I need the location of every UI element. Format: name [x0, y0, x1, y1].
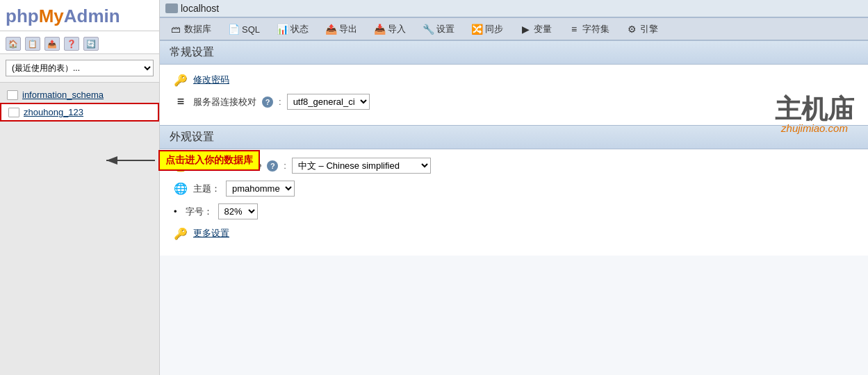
tab-sql[interactable]: 📄 SQL — [220, 18, 268, 40]
sidebar-item-label: zhouhong_123 — [24, 107, 83, 117]
general-settings-title: 常规设置 — [170, 46, 214, 58]
fontsize-select[interactable]: 82% — [218, 203, 258, 219]
theme-label: 主题： — [193, 183, 220, 195]
language-icon: 🔒 — [174, 159, 188, 173]
database-list: information_schema zhouhong_123 — [0, 83, 159, 375]
collation-select[interactable]: utf8_general_ci — [287, 94, 370, 110]
tab-export[interactable]: 📤 导出 — [318, 18, 365, 40]
language-help-icon[interactable]: ? — [267, 160, 278, 172]
recent-tables-area: (最近使用的表）... — [0, 54, 159, 83]
server-icon — [165, 3, 178, 13]
db-icon — [7, 90, 18, 100]
appearance-settings-section: 外观设置 🔒 语言 – Language ? : 中文 – Chinese si… — [160, 125, 868, 256]
upload-icon[interactable]: 📤 — [44, 37, 60, 51]
db-icon — [8, 108, 19, 117]
fontsize-row: • 字号： 82% — [174, 203, 854, 219]
tab-sql-label: SQL — [242, 24, 260, 35]
theme-select[interactable]: pmahomme — [226, 181, 295, 197]
tab-engines[interactable]: ⚙ 引擎 — [619, 18, 666, 40]
variables-icon: ▶ — [520, 24, 531, 34]
tab-sync[interactable]: 🔀 同步 — [464, 18, 511, 40]
collation-icon: ≡ — [174, 95, 188, 109]
logo-admin: Admin — [64, 6, 120, 26]
sidebar-item-zhouhong[interactable]: zhouhong_123 — [0, 103, 159, 122]
tab-status[interactable]: 📊 状态 — [269, 18, 316, 40]
logo-php: php — [6, 6, 39, 26]
language-select[interactable]: 中文 – Chinese simplified — [292, 158, 431, 174]
tab-database-label: 数据库 — [184, 23, 211, 35]
sidebar-icon-row: 🏠 📋 📤 ❓ 🔄 — [0, 31, 159, 54]
more-settings-icon: 🔑 — [174, 226, 188, 240]
status-icon: 📊 — [277, 24, 288, 34]
tabbar: 🗃 数据库 📄 SQL 📊 状态 📤 导出 📥 导入 🔧 设置 🔀 同步 ▶ — [160, 18, 868, 40]
general-settings-section: 常规设置 🔑 修改密码 ≡ 服务器连接校对 ? : utf8_general_c… — [160, 40, 868, 125]
collation-help-icon[interactable]: ? — [262, 97, 273, 108]
bullet: • — [174, 206, 177, 217]
server-label: localhost — [181, 3, 219, 14]
tab-engines-label: 引擎 — [640, 23, 658, 35]
import-icon: 📥 — [374, 24, 385, 34]
change-password-row: 🔑 修改密码 — [174, 73, 854, 87]
tab-export-label: 导出 — [339, 23, 357, 35]
tab-settings[interactable]: 🔧 设置 — [415, 18, 462, 40]
tab-settings-label: 设置 — [436, 23, 455, 35]
tab-import[interactable]: 📥 导入 — [366, 18, 413, 40]
help-icon-btn[interactable]: ❓ — [64, 37, 79, 51]
tab-sync-label: 同步 — [485, 23, 503, 35]
general-settings-body: 🔑 修改密码 ≡ 服务器连接校对 ? : utf8_general_ci — [160, 65, 868, 125]
refresh-icon[interactable]: 🔄 — [83, 37, 99, 51]
tab-variables[interactable]: ▶ 变量 — [512, 18, 559, 40]
language-label: 语言 – Language — [193, 160, 261, 172]
collation-separator: : — [279, 97, 281, 107]
topbar: localhost — [160, 0, 868, 18]
engines-icon: ⚙ — [626, 24, 637, 34]
fontsize-label: 字号： — [186, 206, 213, 218]
server-collation-row: ≡ 服务器连接校对 ? : utf8_general_ci — [174, 94, 854, 110]
logo-my: My — [39, 6, 64, 26]
appearance-settings-header: 外观设置 — [160, 125, 868, 149]
appearance-settings-body: 🔒 语言 – Language ? : 中文 – Chinese simplif… — [160, 149, 868, 256]
recent-tables-dropdown[interactable]: (最近使用的表）... — [6, 60, 154, 76]
tab-charset[interactable]: ≡ 字符集 — [561, 18, 617, 40]
sidebar-item-information-schema[interactable]: information_schema — [0, 87, 159, 103]
history-icon[interactable]: 📋 — [25, 37, 40, 51]
more-settings-row: 🔑 更多设置 — [174, 226, 854, 240]
logo: phpMyAdmin — [6, 7, 154, 25]
tab-status-label: 状态 — [290, 23, 309, 35]
server-collation-label: 服务器连接校对 — [193, 96, 256, 108]
appearance-settings-title: 外观设置 — [170, 131, 214, 142]
sidebar: phpMyAdmin 🏠 📋 📤 ❓ 🔄 (最近使用的表）... informa… — [0, 0, 160, 375]
key-icon: 🔑 — [174, 73, 188, 87]
content-area: 主机庙 zhujimiao.com 常规设置 🔑 修改密码 ≡ 服务器连接校对 … — [160, 40, 868, 375]
tab-variables-label: 变量 — [534, 23, 552, 35]
home-icon[interactable]: 🏠 — [6, 37, 21, 51]
main-panel: localhost 🗃 数据库 📄 SQL 📊 状态 📤 导出 📥 导入 🔧 设… — [160, 0, 868, 375]
export-icon: 📤 — [325, 24, 336, 34]
logo-area: phpMyAdmin — [0, 0, 159, 31]
sidebar-item-label: information_schema — [22, 90, 104, 100]
change-password-link[interactable]: 修改密码 — [193, 74, 229, 86]
charset-icon: ≡ — [568, 24, 580, 34]
more-settings-link[interactable]: 更多设置 — [193, 227, 229, 240]
theme-icon: 🌐 — [174, 182, 188, 196]
settings-icon: 🔧 — [423, 24, 434, 34]
general-settings-header: 常规设置 — [160, 40, 868, 65]
theme-row: 🌐 主题： pmahomme — [174, 181, 854, 197]
language-separator: : — [284, 160, 286, 171]
tab-import-label: 导入 — [388, 23, 406, 35]
sql-icon: 📄 — [228, 24, 239, 34]
tab-charset-label: 字符集 — [582, 23, 609, 35]
database-icon: 🗃 — [170, 24, 181, 34]
sync-icon: 🔀 — [471, 24, 482, 34]
tab-database[interactable]: 🗃 数据库 — [163, 18, 219, 40]
language-row: 🔒 语言 – Language ? : 中文 – Chinese simplif… — [174, 158, 854, 174]
